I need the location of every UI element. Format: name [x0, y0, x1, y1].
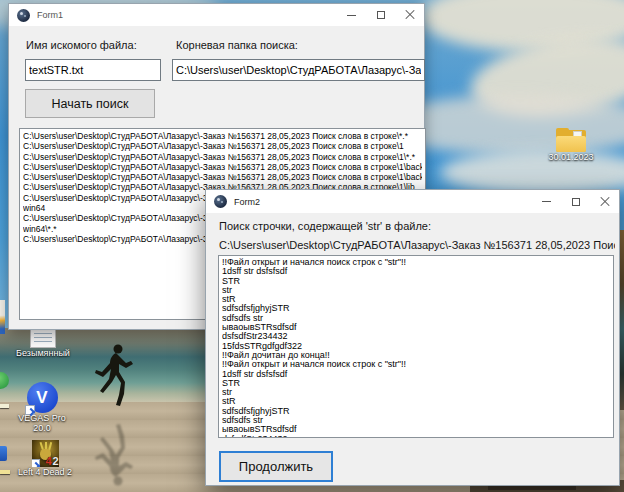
file-name-label: Имя искомого файла: [26, 39, 137, 51]
maximize-button[interactable] [366, 4, 395, 26]
close-button[interactable] [590, 190, 619, 213]
shortcut-arrow-icon [25, 405, 35, 415]
memo-line: 1dsff str dsfsfsdf [222, 267, 610, 276]
memo-line: C:\Users\user\Desktop\СтудРАБОТА\Лазарус… [23, 162, 422, 172]
search-log-memo[interactable]: !!Файл открыт и начался поиск строк с "s… [218, 255, 614, 438]
memo-line: sdfsdfsfjghyjSTR [222, 304, 610, 313]
memo-line: str [222, 388, 610, 397]
runner-reflection [88, 412, 142, 488]
form1-window-title: Form1 [37, 10, 337, 20]
memo-line: !!Файл открыт и начался поиск строк с "s… [222, 258, 610, 267]
root-folder-input[interactable] [172, 59, 425, 81]
desktop-icon-label: Left 4 Dead 2 [16, 467, 74, 477]
close-icon [600, 197, 610, 207]
minimize-icon [542, 201, 551, 202]
form2-titlebar[interactable]: Form2 [206, 190, 619, 213]
edge-icon-sliver [0, 300, 5, 334]
form2-window: Form2 Поиск строчки, содержащей 'str' в … [205, 189, 620, 486]
desktop-icon-label-line2: 20.0 [14, 423, 70, 433]
close-icon [405, 10, 415, 20]
desktop-icon-label: 30.01.2023 [542, 152, 600, 162]
searched-file-path: C:\Users\user\Desktop\СтудРАБОТА\Лазарус… [219, 239, 615, 251]
search-string-label: Поиск строчки, содержащей 'str' в файле: [219, 220, 431, 232]
l4d2-digit-4: 4 [45, 455, 51, 467]
memo-line: sdfsdfs str [222, 416, 610, 425]
document-icon [30, 327, 56, 348]
desktop-icon-untitled-doc[interactable]: Безымянный [12, 327, 74, 358]
memo-line: sdfsdfsfjghyjSTR [222, 407, 610, 416]
l4d2-digit-2: 2 [52, 455, 58, 467]
vegas-icon-glyph: V [36, 388, 47, 407]
desktop-icon-label: VEGAS Pro [14, 413, 70, 423]
memo-line: STR [222, 379, 610, 388]
maximize-button[interactable] [561, 190, 590, 213]
memo-line: !!Файл открыт и начался поиск строк с "s… [222, 360, 610, 369]
desktop-icon-date-folder[interactable]: 30.01.2023 [542, 128, 600, 162]
continue-button[interactable]: Продолжить [219, 451, 333, 482]
close-button[interactable] [395, 4, 424, 26]
lazarus-app-icon [214, 195, 227, 208]
desktop-icon-edge-partial-blue[interactable] [0, 446, 7, 461]
maximize-icon [377, 11, 385, 19]
root-folder-label: Корневая папка поиска: [176, 39, 298, 51]
edge-icon-label-fragment [0, 470, 10, 474]
folder-icon [556, 128, 586, 152]
memo-line: stR [222, 295, 610, 304]
memo-line: 1dsff str dsfsfsdf [222, 370, 610, 379]
memo-line: dsfsdfStr234432 [222, 332, 610, 341]
left4dead2-icon: 4 2 [32, 440, 59, 467]
form2-window-title: Form2 [234, 197, 532, 207]
memo-line: stR [222, 397, 610, 406]
file-name-input[interactable] [25, 59, 161, 81]
edge-icon-label-fragment [0, 404, 9, 408]
desktop-icon-label: Безымянный [12, 348, 74, 358]
maximize-icon [572, 198, 580, 206]
shortcut-arrow-icon [32, 459, 40, 467]
vegas-icon: V [27, 382, 58, 413]
minimize-button[interactable] [532, 190, 561, 213]
memo-line: str [222, 286, 610, 295]
memo-line: dsfsdfStr234432 [222, 435, 610, 438]
memo-line: sdfsdfs str [222, 314, 610, 323]
minimize-icon [347, 15, 356, 16]
desktop: 30.01.2023 Безымянный V VEGAS Pro 20.0 4… [0, 0, 624, 492]
memo-line: C:\Users\user\Desktop\СтудРАБОТА\Лазарус… [23, 141, 422, 151]
desktop-icon-vegas-pro[interactable]: V VEGAS Pro 20.0 [14, 382, 70, 433]
runner-silhouette [88, 342, 142, 418]
form1-titlebar[interactable]: Form1 [9, 4, 424, 26]
memo-line: STR [222, 277, 610, 286]
memo-line: ываоывSTRsdfsdf [222, 425, 610, 434]
minimize-button[interactable] [337, 4, 366, 26]
start-search-button[interactable]: Начать поиск [25, 89, 155, 118]
memo-line: 15fdsSTRgdfgdf322 [222, 342, 610, 351]
desktop-icon-left4dead2[interactable]: 4 2 Left 4 Dead 2 [16, 440, 74, 477]
memo-line: C:\Users\user\Desktop\СтудРАБОТА\Лазарус… [23, 172, 422, 182]
memo-line: C:\Users\user\Desktop\СтудРАБОТА\Лазарус… [23, 152, 422, 162]
memo-line: C:\Users\user\Desktop\СтудРАБОТА\Лазарус… [23, 131, 422, 141]
lazarus-app-icon [17, 9, 30, 22]
memo-line: ываоывSTRsdfsdf [222, 323, 610, 332]
occluded-icon-fragment [488, 486, 576, 490]
memo-line: !!Файл дочитан до конца!! [222, 351, 610, 360]
